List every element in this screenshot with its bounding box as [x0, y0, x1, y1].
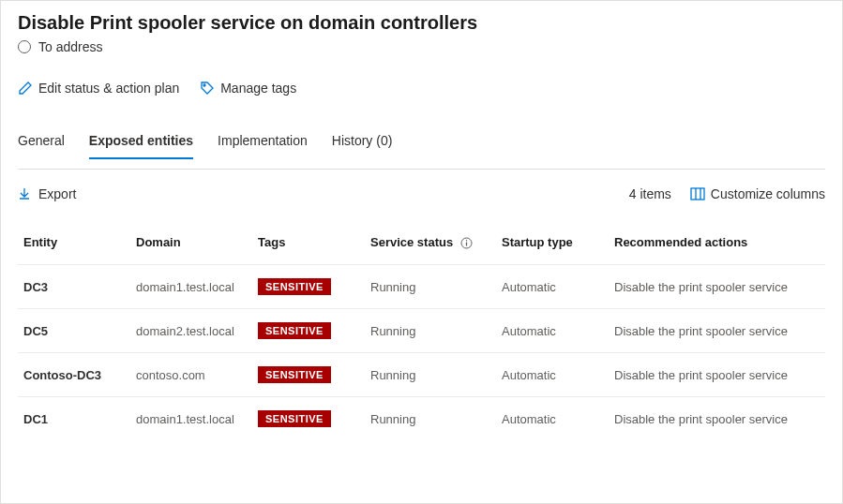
cell-startup-type: Automatic — [496, 353, 609, 397]
tag-badge: SENSITIVE — [258, 410, 331, 427]
cell-tags: SENSITIVE — [252, 353, 365, 397]
cell-service-status: Running — [365, 397, 496, 441]
cell-entity: Contoso-DC3 — [18, 353, 130, 397]
cell-domain: contoso.com — [130, 353, 252, 397]
cell-domain: domain1.test.local — [130, 265, 252, 309]
cell-tags: SENSITIVE — [252, 265, 365, 309]
page-title: Disable Print spooler service on domain … — [18, 12, 825, 34]
tab-history[interactable]: History (0) — [332, 127, 393, 159]
edit-icon — [18, 81, 33, 96]
col-startup-type[interactable]: Startup type — [496, 228, 609, 265]
table-row[interactable]: DC1 domain1.test.local SENSITIVE Running… — [18, 397, 825, 441]
cell-recommended: Disable the print spooler service — [609, 265, 825, 309]
cell-recommended: Disable the print spooler service — [609, 353, 825, 397]
manage-tags-label: Manage tags — [220, 81, 296, 96]
col-recommended-actions[interactable]: Recommended actions — [609, 228, 825, 265]
table-row[interactable]: DC3 domain1.test.local SENSITIVE Running… — [18, 265, 825, 309]
cell-entity: DC3 — [18, 265, 130, 309]
actions-row: Edit status & action plan Manage tags — [18, 81, 825, 96]
edit-status-label: Edit status & action plan — [38, 81, 179, 96]
customize-columns-label: Customize columns — [711, 186, 825, 201]
cell-service-status: Running — [365, 309, 496, 353]
items-count: 4 items — [629, 186, 671, 201]
table-header-row: Entity Domain Tags Service status Startu… — [18, 228, 825, 265]
status-circle-icon — [18, 40, 31, 53]
cell-recommended: Disable the print spooler service — [609, 309, 825, 353]
divider — [18, 169, 825, 170]
cell-tags: SENSITIVE — [252, 309, 365, 353]
export-button[interactable]: Export — [18, 186, 76, 201]
cell-domain: domain1.test.local — [130, 397, 252, 441]
col-domain[interactable]: Domain — [130, 228, 252, 265]
tab-exposed-entities[interactable]: Exposed entities — [89, 127, 193, 159]
security-recommendation-panel: Disable Print spooler service on domain … — [0, 0, 843, 504]
cell-recommended: Disable the print spooler service — [609, 397, 825, 441]
cell-service-status: Running — [365, 265, 496, 309]
col-tags[interactable]: Tags — [252, 228, 365, 265]
cell-entity: DC1 — [18, 397, 130, 441]
toolbar: Export 4 items Customize columns — [18, 186, 825, 201]
export-label: Export — [38, 186, 76, 201]
col-entity[interactable]: Entity — [18, 228, 130, 265]
cell-domain: domain2.test.local — [130, 309, 252, 353]
tag-badge: SENSITIVE — [258, 322, 331, 339]
tag-badge: SENSITIVE — [258, 278, 331, 295]
tag-icon — [200, 81, 215, 96]
svg-point-0 — [203, 84, 205, 86]
cell-startup-type: Automatic — [496, 397, 609, 441]
cell-entity: DC5 — [18, 309, 130, 353]
svg-rect-1 — [691, 188, 704, 200]
columns-icon — [690, 187, 705, 200]
cell-startup-type: Automatic — [496, 309, 609, 353]
svg-point-6 — [466, 240, 467, 241]
tab-implementation[interactable]: Implementation — [218, 127, 308, 159]
tag-badge: SENSITIVE — [258, 366, 331, 383]
download-icon — [18, 187, 31, 200]
edit-status-action[interactable]: Edit status & action plan — [18, 81, 179, 96]
table-row[interactable]: Contoso-DC3 contoso.com SENSITIVE Runnin… — [18, 353, 825, 397]
entities-table: Entity Domain Tags Service status Startu… — [18, 228, 825, 440]
cell-tags: SENSITIVE — [252, 397, 365, 441]
customize-columns-button[interactable]: Customize columns — [690, 186, 825, 201]
table-row[interactable]: DC5 domain2.test.local SENSITIVE Running… — [18, 309, 825, 353]
status-label: To address — [38, 39, 102, 54]
cell-service-status: Running — [365, 353, 496, 397]
status-row: To address — [18, 39, 825, 54]
info-icon[interactable] — [460, 237, 473, 249]
tab-general[interactable]: General — [18, 127, 65, 159]
col-service-status-label: Service status — [370, 235, 453, 249]
cell-startup-type: Automatic — [496, 265, 609, 309]
tabs: General Exposed entities Implementation … — [18, 127, 825, 159]
col-service-status[interactable]: Service status — [365, 228, 496, 265]
manage-tags-action[interactable]: Manage tags — [200, 81, 296, 96]
